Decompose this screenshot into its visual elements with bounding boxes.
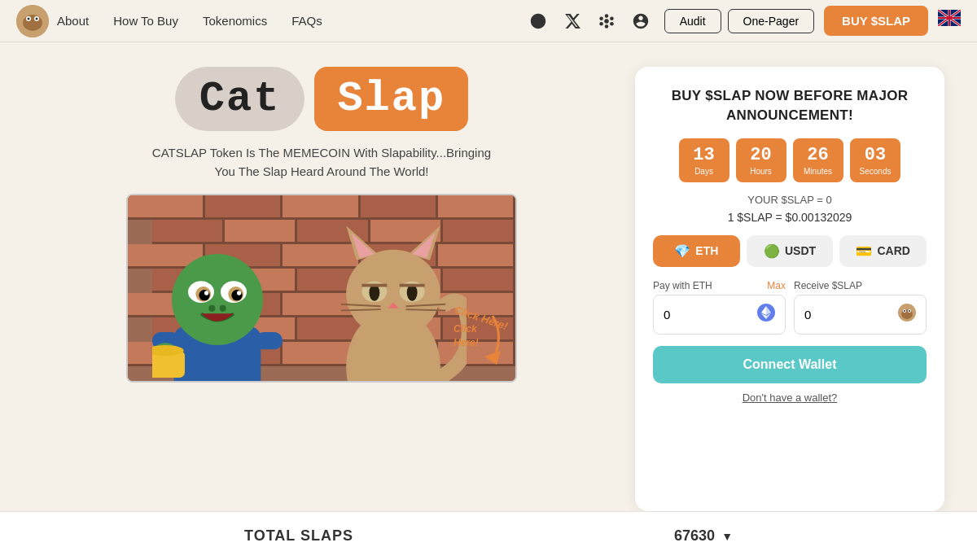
- eth-tab[interactable]: 💎 ETH: [653, 235, 740, 267]
- pay-input-group: Pay with ETH Max: [653, 280, 786, 335]
- video-area[interactable]: Click Here! Click Here!: [126, 194, 517, 383]
- nav-links: About How To Buy Tokenomics FAQs: [57, 14, 322, 28]
- onepager-button[interactable]: One-Pager: [728, 9, 814, 33]
- payment-tabs: 💎 ETH 🟢 USDT 💳 CARD: [653, 235, 927, 267]
- nav-how-to-buy[interactable]: How To Buy: [113, 14, 178, 28]
- connect-wallet-button[interactable]: Connect Wallet: [653, 346, 927, 383]
- buy-widget: BUY $SLAP NOW BEFORE MAJOR ANNOUNCEMENT!…: [635, 67, 944, 511]
- audit-button[interactable]: Audit: [664, 9, 721, 33]
- telegram-icon[interactable]: [528, 11, 549, 32]
- svg-text:Click: Click: [453, 323, 478, 335]
- countdown-minutes: 26 Minutes: [793, 138, 843, 182]
- left-side: Cat Slap CATSLAP Token Is The MEMECOIN W…: [33, 67, 611, 511]
- svg-rect-24: [256, 332, 283, 349]
- x-twitter-icon[interactable]: [562, 11, 583, 32]
- no-wallet-link[interactable]: Don't have a wallet?: [653, 392, 927, 404]
- receive-input-container: [794, 295, 927, 335]
- brick: [128, 195, 205, 217]
- card-tab[interactable]: 💳 CARD: [839, 235, 927, 267]
- nav-faqs[interactable]: FAQs: [291, 14, 322, 28]
- language-selector[interactable]: [938, 10, 961, 33]
- svg-point-32: [231, 290, 242, 300]
- slap-token-icon: [898, 304, 916, 326]
- total-slaps-label: TOTAL SLAPS: [244, 527, 353, 545]
- svg-point-33: [204, 291, 208, 295]
- svg-point-11: [599, 21, 603, 25]
- slap-price: 1 $SLAP = $0.00132029: [653, 211, 927, 224]
- usdt-tab[interactable]: 🟢 USDT: [747, 235, 834, 267]
- slap-balance: YOUR $SLAP = 0: [653, 194, 927, 206]
- svg-point-8: [604, 24, 608, 28]
- discord-icon[interactable]: [596, 11, 617, 32]
- cat-character: [320, 210, 467, 381]
- countdown-seconds: 03 Seconds: [850, 138, 901, 182]
- widget-title: BUY $SLAP NOW BEFORE MAJOR ANNOUNCEMENT!: [653, 86, 927, 125]
- svg-point-69: [909, 310, 910, 312]
- mask-icon[interactable]: [630, 11, 651, 32]
- usdt-icon: 🟢: [764, 243, 780, 259]
- chevron-down-icon[interactable]: ▼: [721, 530, 733, 543]
- eth-icon: 💎: [674, 243, 690, 259]
- receive-slap-input[interactable]: [804, 308, 883, 322]
- input-row: Pay with ETH Max Receive $SLAP: [653, 280, 927, 335]
- svg-point-7: [604, 14, 608, 18]
- logo-area: Cat Slap: [175, 67, 468, 131]
- svg-point-6: [604, 19, 609, 24]
- nav-tokenomics[interactable]: Tokenomics: [203, 14, 267, 28]
- svg-point-9: [599, 16, 603, 20]
- svg-point-26: [172, 254, 263, 345]
- slap-text: Slap: [314, 67, 468, 131]
- countdown: 13 Days 20 Hours 26 Minutes 03 Seconds: [653, 138, 927, 182]
- countdown-days: 13 Days: [679, 138, 729, 182]
- main-content: Cat Slap CATSLAP Token Is The MEMECOIN W…: [0, 42, 977, 511]
- cat-text: Cat: [175, 67, 305, 131]
- svg-text:Here!: Here!: [453, 337, 479, 348]
- svg-point-40: [346, 250, 440, 338]
- navbar: About How To Buy Tokenomics FAQs Audit O…: [0, 0, 977, 42]
- svg-point-10: [610, 16, 614, 20]
- click-arrow-icon: Click Here!: [452, 312, 509, 369]
- receive-input-group: Receive $SLAP: [794, 280, 927, 335]
- svg-point-68: [904, 310, 905, 312]
- card-tab-label: CARD: [877, 244, 909, 257]
- pay-eth-input[interactable]: [664, 308, 742, 322]
- svg-point-1: [23, 15, 42, 31]
- logo[interactable]: [16, 5, 49, 37]
- card-icon: 💳: [856, 243, 872, 259]
- svg-point-12: [610, 21, 614, 25]
- nav-about[interactable]: About: [57, 14, 89, 28]
- svg-point-36: [220, 305, 226, 312]
- pay-label: Pay with ETH Max: [653, 280, 786, 291]
- eth-token-icon: [757, 304, 775, 326]
- svg-point-4: [28, 17, 30, 20]
- social-icons: [528, 11, 651, 32]
- countdown-hours: 20 Hours: [736, 138, 786, 182]
- pay-input-container: [653, 295, 786, 335]
- usdt-tab-label: USDT: [785, 244, 816, 257]
- receive-label: Receive $SLAP: [794, 280, 927, 291]
- svg-line-53: [341, 309, 381, 310]
- svg-point-35: [208, 305, 215, 312]
- max-button[interactable]: Max: [767, 280, 786, 291]
- total-slaps-value: 67630 ▼: [674, 527, 733, 545]
- tagline: CATSLAP Token Is The MEMECOIN With Slapa…: [152, 144, 491, 181]
- svg-point-31: [199, 290, 209, 300]
- bottom-bar: TOTAL SLAPS 67630 ▼: [0, 511, 977, 560]
- brick: [205, 195, 283, 217]
- svg-point-34: [237, 291, 241, 295]
- svg-marker-56: [484, 351, 501, 365]
- pepe-character: [152, 218, 283, 381]
- eth-tab-label: ETH: [695, 244, 718, 257]
- buy-slap-button[interactable]: BUY $SLAP: [824, 6, 928, 36]
- svg-line-55: [405, 309, 445, 310]
- svg-point-5: [36, 17, 38, 20]
